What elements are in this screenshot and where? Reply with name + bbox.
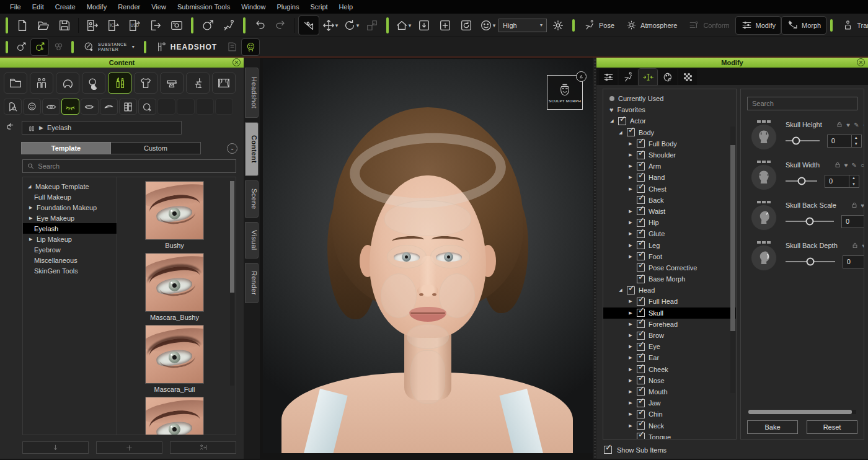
export-usd-button[interactable]: USD [125, 16, 144, 35]
side-tab-scene[interactable]: Scene [245, 180, 259, 218]
slider-track[interactable] [786, 140, 820, 141]
menu-script[interactable]: Script [305, 1, 332, 12]
content-search-input[interactable] [38, 162, 231, 170]
tree-item[interactable]: ▶Full Body [603, 138, 736, 149]
expand-icon[interactable]: ▶ [29, 216, 34, 221]
morph-button[interactable]: Morph [782, 17, 826, 34]
reset-button[interactable]: Reset [807, 420, 857, 434]
checkbox[interactable] [637, 309, 645, 317]
export-character-button[interactable] [82, 16, 102, 35]
select-tool-button[interactable] [299, 16, 319, 35]
tree-body[interactable]: ◢Body [603, 127, 736, 138]
expand-icon[interactable]: ▶ [628, 355, 633, 360]
makeup-tools-icon[interactable] [138, 99, 156, 115]
expand-icon[interactable]: ▶ [628, 389, 633, 394]
favorite-icon[interactable]: ♥ [846, 122, 850, 128]
reset-slider-icon[interactable]: ○ [863, 122, 864, 128]
value-spinner[interactable]: ▲▼ [827, 135, 862, 148]
tree-item-selected[interactable]: Eyelash [23, 223, 117, 234]
lock-icon[interactable] [851, 202, 857, 208]
category-accessory-icon[interactable] [160, 73, 184, 94]
collapse-chevron-icon[interactable]: ⌄ [227, 143, 237, 154]
expand-icon[interactable]: ◢ [609, 118, 614, 123]
slider-track[interactable] [786, 180, 817, 182]
makeup-misc-icon[interactable] [119, 99, 137, 115]
morph-search[interactable] [747, 97, 857, 110]
tree-item[interactable]: ▶Forehead [603, 319, 736, 330]
expand-icon[interactable]: ▶ [628, 367, 633, 372]
tab-attribute-icon[interactable] [599, 69, 618, 85]
slider-value-input[interactable] [842, 216, 864, 228]
character-creator-button[interactable] [198, 16, 218, 35]
checkbox[interactable] [637, 298, 645, 306]
tree-item[interactable]: ◢Makeup Template [23, 181, 117, 192]
morph-search-input[interactable] [752, 100, 852, 107]
checkbox[interactable] [637, 422, 645, 430]
expression-caret[interactable]: ▾ [493, 22, 496, 29]
slider-handle[interactable] [806, 258, 814, 266]
pose-button[interactable]: Pose [579, 17, 619, 34]
lock-icon[interactable] [852, 242, 858, 249]
expand-icon[interactable]: ▶ [628, 220, 633, 225]
undo-button[interactable] [250, 16, 270, 35]
tree-item[interactable]: ▶Hip [603, 217, 736, 228]
slider-track[interactable] [786, 261, 835, 262]
home-view-button[interactable]: ▾ [393, 16, 413, 35]
category-cloth-icon[interactable] [134, 73, 157, 94]
makeup-eye-icon[interactable] [42, 99, 60, 115]
goz-send-button[interactable] [12, 39, 30, 55]
spin-down-icon[interactable]: ▼ [852, 141, 861, 147]
checkbox[interactable] [637, 410, 645, 418]
slider-track[interactable] [786, 221, 834, 222]
checkbox[interactable] [637, 275, 645, 283]
favorite-icon[interactable]: ♥ [861, 202, 864, 209]
checkbox[interactable] [637, 365, 645, 373]
menu-file[interactable]: File [5, 1, 26, 12]
bake-button[interactable]: Bake [747, 420, 798, 434]
expand-icon[interactable]: ▶ [628, 423, 633, 428]
expand-icon[interactable]: ◢ [28, 184, 33, 189]
tree-item[interactable]: Tongue [603, 431, 736, 440]
sculpt-morph-mode-button[interactable] [242, 39, 259, 55]
slider-hscrollbar[interactable] [748, 410, 856, 414]
makeup-lip-icon[interactable] [81, 99, 99, 115]
tree-item[interactable]: ▶Arm [603, 161, 736, 172]
tree-item[interactable]: Full Makeup [23, 192, 117, 202]
expand-icon[interactable]: ▶ [628, 311, 633, 316]
side-tab-headshot[interactable]: Headshot [245, 68, 259, 118]
tree-item[interactable]: Back [603, 195, 736, 206]
tree-item[interactable]: ▶Waist [603, 206, 736, 217]
category-skin-icon[interactable] [82, 73, 105, 94]
tree-actor[interactable]: ◢Actor [603, 115, 736, 126]
checkbox[interactable] [637, 151, 645, 159]
tree-item[interactable]: ▶Brow [603, 330, 736, 341]
menu-help[interactable]: Help [334, 1, 358, 12]
tree-item[interactable]: ▶Cheek [603, 364, 736, 375]
category-character-icon[interactable] [30, 73, 53, 94]
tree-item[interactable]: ▶Leg [603, 239, 736, 250]
thumbnail-item[interactable]: Bushy [121, 181, 228, 249]
thumbnail-item[interactable]: Mascara_Full [121, 325, 228, 393]
quality-dropdown[interactable]: High▾ [498, 19, 547, 32]
tree-currently-used[interactable]: Currently Used [603, 93, 736, 104]
expand-icon[interactable]: ▶ [628, 412, 633, 417]
slider-value-input[interactable] [828, 135, 851, 147]
makeup-eyelash-icon[interactable] [61, 99, 79, 115]
checkbox[interactable] [637, 387, 645, 396]
checkbox[interactable] [637, 174, 645, 182]
tree-item[interactable]: ▶Full Head [603, 296, 736, 307]
expand-icon[interactable]: ▶ [628, 243, 633, 248]
checkbox[interactable] [637, 207, 645, 215]
tree-item[interactable]: ▶Nose [603, 375, 736, 386]
tab-material-icon[interactable] [658, 69, 677, 85]
expand-icon[interactable]: ▶ [628, 400, 633, 405]
checkbox[interactable] [627, 128, 635, 136]
substance-painter-button[interactable]: SUBSTANCEPAINTER ▾ [78, 38, 140, 56]
expand-icon[interactable]: ▶ [628, 299, 633, 304]
favorite-icon[interactable]: ♥ [862, 242, 864, 249]
expand-icon[interactable]: ▶ [29, 205, 34, 210]
slider-value-input[interactable] [843, 256, 864, 268]
checkbox[interactable] [637, 230, 645, 238]
content-close-icon[interactable]: ✕ [232, 58, 241, 66]
frame-all-button[interactable] [435, 16, 455, 35]
